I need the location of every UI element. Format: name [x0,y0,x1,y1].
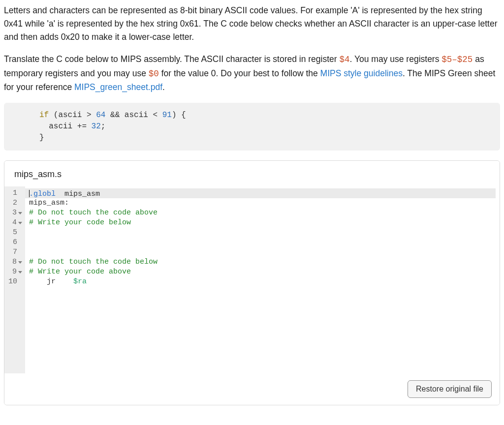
fold-icon[interactable] [18,212,22,214]
code-line[interactable]: jr $ra [29,277,496,287]
register-ra: $ra [73,277,87,286]
gutter-row: 3 [7,208,22,218]
link-style-guidelines[interactable]: MIPS style guidelines [320,68,403,78]
text: Translate the C code below to MIPS assem… [4,54,340,64]
c-code-block: if (ascii > 64 && ascii < 91) { ascii +=… [4,103,500,151]
fold-icon[interactable] [18,261,22,264]
text: } [39,133,44,142]
link-green-sheet[interactable]: MIPS_green_sheet.pdf [74,82,162,92]
text: ; [101,122,106,131]
editor-filename: mips_asm.s [4,161,500,186]
instr: jr [29,277,73,286]
gutter-row: 7 [7,247,22,257]
text: . You may use registers [350,54,442,64]
code-line[interactable] [29,238,496,247]
gutter-row: 6 [7,238,22,247]
directive: .globl [29,190,56,198]
text: . [162,82,165,92]
num-91: 91 [158,111,172,120]
op-and: && [105,111,124,120]
text: ascii [125,111,153,120]
op: > [87,111,92,120]
num-64: 64 [92,111,106,120]
comment: # Do not touch the code above [29,209,158,217]
gutter-row: 8 [7,257,22,267]
gutter-row: 10 [7,277,22,287]
editor-gutter: 1 2 3 4 5 6 7 8 9 10 [4,186,25,373]
op-pluseq: += [77,122,87,131]
text: ascii [39,122,77,131]
editor-card: mips_asm.s 1 2 3 4 5 6 7 8 9 10 .globl m… [4,160,500,405]
keyword-if: if [39,111,49,120]
code-line[interactable]: .globl mips_asm [25,188,496,198]
op: < [153,111,158,120]
code-line[interactable]: # Write your code below [29,218,496,228]
code-line[interactable]: mips_asm: [29,198,496,208]
comment: # Do not touch the code below [29,258,158,266]
code-editor[interactable]: .globl mips_asm mips_asm: # Do not touch… [25,186,500,373]
gutter-row: 2 [7,198,22,208]
code-line[interactable]: # Write your code above [29,267,496,277]
editor-body[interactable]: 1 2 3 4 5 6 7 8 9 10 .globl mips_asm mip… [4,186,500,373]
code-line[interactable] [29,247,496,257]
fold-icon[interactable] [18,222,22,224]
text: mips_asm [56,190,100,198]
register-4: $4 [340,55,350,64]
gutter-row: 5 [7,228,22,238]
gutter-row: 9 [7,267,22,277]
cursor-icon [29,190,30,197]
num-32: 32 [87,122,101,131]
code-line[interactable]: # Do not touch the code above [29,208,496,218]
editor-footer: Restore original file [4,373,500,405]
restore-button[interactable]: Restore original file [408,380,492,398]
comment: # Write your code below [29,218,131,227]
text: ) { [172,111,186,120]
code-line[interactable]: # Do not touch the code below [29,257,496,267]
register-0: $0 [149,69,159,79]
label: mips_asm: [29,199,69,207]
text: (ascii [49,111,87,120]
gutter-row: 4 [7,218,22,228]
comment: # Write your code above [29,268,131,276]
fold-icon[interactable] [18,271,22,273]
text: for the value 0. Do your best to follow … [159,68,320,78]
intro-paragraph-1: Letters and characters can be represente… [4,4,500,44]
gutter-row: 1 [7,188,22,198]
intro-paragraph-2: Translate the C code below to MIPS assem… [4,53,500,93]
code-line[interactable] [29,228,496,238]
register-5-25: $5–$25 [441,55,472,64]
